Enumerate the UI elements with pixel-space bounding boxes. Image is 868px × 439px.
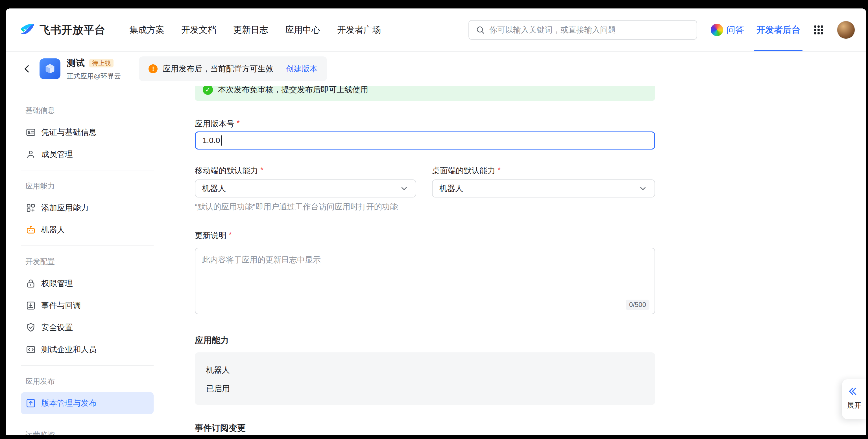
event-section-title: 事件订阅变更: [195, 423, 655, 434]
version-input[interactable]: 1.0.0: [195, 132, 655, 149]
app-logo: [39, 58, 60, 79]
chevron-left-icon: [22, 64, 32, 74]
logo-text: 飞书开放平台: [39, 23, 105, 37]
expand-panel-button[interactable]: 展开: [842, 379, 866, 419]
add-grid-icon: [25, 203, 36, 213]
publish-notice-banner: ! 应用发布后，当前配置方可生效 创建版本: [139, 57, 327, 81]
sidebar-item-version-release[interactable]: 版本管理与发布: [21, 392, 154, 414]
cube-icon: [43, 62, 57, 75]
feishu-bird-icon: [19, 22, 36, 38]
sidebar-section-release: 应用发布: [21, 370, 154, 392]
app-name: 测试: [67, 57, 85, 69]
double-chevron-left-icon: [847, 385, 859, 397]
sidebar-item-label: 凭证与基础信息: [41, 127, 97, 138]
shield-check-icon: [25, 322, 36, 333]
sidebar-item-security[interactable]: 安全设置: [21, 316, 154, 339]
sidebar-section-capabilities: 应用能力: [21, 175, 154, 197]
sidebar-section-operations: 运营监控: [21, 424, 154, 435]
sidebar-section-basic-info: 基础信息: [21, 99, 154, 121]
robot-icon: [25, 225, 36, 235]
qa-label: 问答: [726, 24, 744, 36]
required-mark: *: [229, 230, 232, 239]
version-label: 应用版本号 *: [195, 119, 655, 129]
capability-name: 机器人: [206, 365, 644, 375]
capability-hint: “默认的应用功能”即用户通过工作台访问应用时打开的功能: [195, 201, 655, 212]
nav-dev-plaza[interactable]: 开发者广场: [337, 24, 381, 36]
sidebar-item-label: 添加应用能力: [41, 203, 89, 213]
sidebar-item-test-org[interactable]: 测试企业和人员: [21, 339, 154, 361]
sidebar-item-label: 测试企业和人员: [41, 344, 97, 355]
nav-app-center[interactable]: 应用中心: [285, 24, 320, 36]
chevron-down-icon: [399, 184, 409, 193]
id-card-icon: [25, 127, 36, 138]
sidebar-item-label: 权限管理: [41, 278, 73, 289]
main-content: ✓ 本次发布免审核，提交发布后即可上线使用 应用版本号 * 1.0.0 移动端的…: [162, 86, 866, 435]
nav-changelog[interactable]: 更新日志: [233, 24, 268, 36]
desktop-capability-label: 桌面端的默认能力 *: [432, 165, 655, 176]
tab-developer-console[interactable]: 开发者后台: [756, 8, 800, 52]
mobile-capability-label: 移动端的默认能力 *: [195, 165, 416, 176]
version-value: 1.0.0: [203, 136, 220, 145]
person-icon: [25, 149, 36, 160]
app-header-bar: 测试 待上线 正式应用@环界云 ! 应用发布后，当前配置方可生效 创建版本: [6, 52, 866, 86]
sidebar-item-permissions[interactable]: 权限管理: [21, 273, 154, 295]
select-value: 机器人: [202, 183, 226, 194]
qa-button[interactable]: 问答: [711, 24, 744, 36]
global-search[interactable]: [468, 20, 697, 40]
apps-grid-icon[interactable]: [813, 24, 825, 36]
back-button[interactable]: [19, 61, 35, 77]
status-badge: 待上线: [89, 59, 114, 67]
notes-placeholder: 此内容将于应用的更新日志中显示: [202, 255, 321, 264]
sidebar-item-credentials[interactable]: 凭证与基础信息: [21, 121, 154, 143]
success-banner-text: 本次发布免审核，提交发布后即可上线使用: [218, 86, 368, 95]
sidebar-item-bot[interactable]: 机器人: [21, 219, 154, 241]
char-counter: 0/500: [626, 300, 649, 310]
primary-nav: 集成方案 开发文档 更新日志 应用中心 开发者广场: [129, 24, 381, 36]
qa-rainbow-icon: [711, 24, 723, 36]
code-brackets-icon: [25, 344, 36, 355]
desktop-capability-select[interactable]: 机器人: [432, 179, 655, 198]
console-label: 开发者后台: [756, 24, 800, 36]
notes-textarea[interactable]: 此内容将于应用的更新日志中显示 0/500: [195, 248, 655, 314]
sidebar-divider: [21, 419, 154, 419]
search-input[interactable]: [489, 25, 690, 34]
capability-status: 已启用: [206, 383, 644, 394]
expand-label: 展开: [847, 401, 861, 410]
sidebar-item-label: 版本管理与发布: [41, 398, 97, 408]
sidebar-section-dev-config: 开发配置: [21, 250, 154, 273]
check-circle-icon: ✓: [203, 86, 213, 95]
capability-summary-box: 机器人 已启用: [195, 352, 655, 405]
sidebar-item-label: 事件与回调: [41, 300, 81, 311]
topbar-right-cluster: 问答 开发者后台: [711, 8, 855, 52]
top-navigation-bar: 飞书开放平台 集成方案 开发文档 更新日志 应用中心 开发者广场 问答 开发者后…: [6, 8, 866, 52]
sidebar-item-members[interactable]: 成员管理: [21, 143, 154, 165]
feishu-logo[interactable]: 飞书开放平台: [19, 22, 105, 38]
warning-icon: !: [149, 64, 158, 73]
select-value: 机器人: [439, 183, 463, 194]
event-inbox-icon: [25, 300, 36, 311]
sidebar-item-label: 成员管理: [41, 149, 73, 160]
sidebar: 基础信息 凭证与基础信息 成员管理 应用能力 添加应用能力: [6, 86, 162, 435]
nav-integration[interactable]: 集成方案: [129, 24, 164, 36]
notice-text: 应用发布后，当前配置方可生效: [163, 64, 273, 74]
chevron-down-icon: [638, 184, 648, 193]
sidebar-divider: [21, 245, 154, 246]
capability-section-title: 应用能力: [195, 335, 655, 346]
lock-icon: [25, 278, 36, 289]
publish-arrow-icon: [25, 398, 36, 408]
notes-label: 更新说明 *: [195, 230, 655, 241]
sidebar-item-add-capability[interactable]: 添加应用能力: [21, 197, 154, 219]
sidebar-item-events-callbacks[interactable]: 事件与回调: [21, 295, 154, 316]
user-avatar[interactable]: [837, 21, 855, 39]
text-caret: [221, 135, 222, 145]
success-banner: ✓ 本次发布免审核，提交发布后即可上线使用: [195, 86, 655, 101]
app-subtitle: 正式应用@环界云: [67, 72, 121, 81]
sidebar-divider: [21, 170, 154, 170]
mobile-capability-select[interactable]: 机器人: [195, 179, 416, 198]
nav-docs[interactable]: 开发文档: [181, 24, 216, 36]
required-mark: *: [260, 165, 264, 176]
create-version-link[interactable]: 创建版本: [286, 64, 317, 74]
browser-window: 飞书开放平台 集成方案 开发文档 更新日志 应用中心 开发者广场 问答 开发者后…: [6, 8, 866, 435]
required-mark: *: [498, 165, 501, 176]
sidebar-divider: [21, 365, 154, 366]
